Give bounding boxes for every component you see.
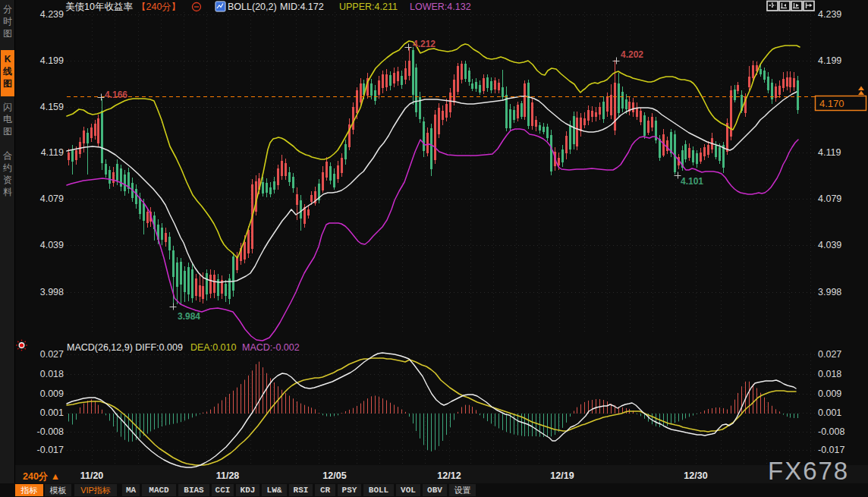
svg-text:3.998: 3.998 (818, 287, 841, 297)
svg-text:-0.017: -0.017 (37, 445, 64, 455)
svg-text:MACD(26,12,9) DIFF:0.009: MACD(26,12,9) DIFF:0.009 (67, 342, 183, 353)
svg-text:0.001: 0.001 (818, 407, 841, 418)
svg-text:0.027: 0.027 (818, 349, 841, 360)
svg-text:0.009: 0.009 (818, 388, 841, 399)
svg-text:12/19: 12/19 (550, 470, 574, 481)
svg-text:FX678: FX678 (768, 457, 849, 485)
svg-text:4.202: 4.202 (621, 49, 643, 60)
svg-text:4.199: 4.199 (40, 55, 64, 66)
svg-text:4.079: 4.079 (40, 193, 64, 204)
svg-text:MID:4.172: MID:4.172 (280, 2, 324, 12)
svg-text:3.984: 3.984 (178, 311, 200, 322)
svg-text:4.166: 4.166 (105, 90, 127, 100)
svg-text:4.101: 4.101 (681, 176, 703, 187)
svg-text:0.027: 0.027 (40, 349, 64, 360)
svg-text:4.170: 4.170 (819, 98, 844, 109)
svg-text:4.239: 4.239 (818, 9, 841, 20)
svg-text:240分 ▲: 240分 ▲ (23, 471, 60, 482)
svg-text:4.159: 4.159 (40, 102, 64, 112)
svg-text:0.018: 0.018 (40, 369, 64, 379)
svg-text:4.212: 4.212 (413, 39, 436, 49)
svg-text:12/05: 12/05 (322, 470, 346, 481)
svg-text:-0.008: -0.008 (37, 426, 64, 437)
svg-text:BOLL(20,2): BOLL(20,2) (228, 2, 277, 12)
svg-text:MACD:-0.002: MACD:-0.002 (242, 342, 300, 353)
svg-text:UPPER:4.211: UPPER:4.211 (339, 2, 398, 12)
svg-text:LOWER:4.132: LOWER:4.132 (410, 2, 471, 12)
svg-text:DEA:0.010: DEA:0.010 (190, 342, 237, 353)
svg-text:【240分】: 【240分】 (137, 2, 181, 12)
svg-text:4.199: 4.199 (818, 55, 841, 66)
svg-text:-0.017: -0.017 (818, 445, 844, 455)
svg-text:4.039: 4.039 (40, 240, 64, 250)
svg-text:4.079: 4.079 (818, 193, 841, 204)
svg-text:12/30: 12/30 (684, 470, 707, 481)
svg-text:0.001: 0.001 (40, 407, 64, 418)
svg-text:12/12: 12/12 (437, 470, 461, 481)
svg-text:11/28: 11/28 (216, 470, 240, 481)
svg-text:3.998: 3.998 (40, 287, 64, 297)
svg-text:美债10年收益率: 美债10年收益率 (65, 2, 133, 12)
svg-text:4.239: 4.239 (40, 9, 64, 20)
svg-text:11/20: 11/20 (80, 470, 104, 481)
svg-text:4.039: 4.039 (818, 240, 841, 250)
svg-text:4.119: 4.119 (41, 147, 64, 158)
svg-text:0.018: 0.018 (818, 369, 841, 379)
svg-text:0.009: 0.009 (40, 388, 64, 399)
svg-text:-0.008: -0.008 (818, 426, 844, 437)
svg-text:4.119: 4.119 (818, 147, 841, 158)
